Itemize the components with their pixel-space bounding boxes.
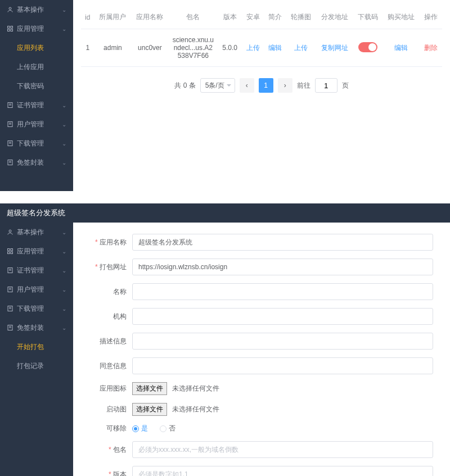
sidebar-item[interactable]: 基本操作⌄ bbox=[0, 223, 73, 242]
input-ver[interactable] bbox=[132, 466, 433, 476]
choose-icon-button[interactable]: 选择文件 bbox=[132, 382, 167, 395]
sidebar-item[interactable]: 下载管理⌄ bbox=[0, 299, 73, 318]
svg-rect-21 bbox=[11, 252, 13, 254]
label-desc: 描述信息 bbox=[90, 337, 132, 346]
doc-icon bbox=[7, 305, 14, 312]
sidebar-sub-item[interactable]: 开始打包 bbox=[0, 337, 73, 356]
input-app-name[interactable] bbox=[132, 234, 433, 251]
cell-pkg: science.xnu.undecl...us.A2538V7F66 bbox=[168, 29, 218, 67]
svg-rect-18 bbox=[8, 249, 10, 251]
radio-no[interactable] bbox=[160, 425, 166, 432]
splash-file-text: 未选择任何文件 bbox=[172, 405, 219, 413]
delete-link[interactable]: 删除 bbox=[424, 44, 438, 52]
label-icon: 应用图标 bbox=[90, 384, 132, 393]
icon-file-text: 未选择任何文件 bbox=[172, 384, 219, 392]
svg-point-0 bbox=[9, 7, 11, 10]
chevron-down-icon: ⌄ bbox=[62, 7, 66, 13]
sidebar-item[interactable]: 应用管理⌄ bbox=[0, 242, 73, 261]
jump-suffix: 页 bbox=[342, 81, 349, 90]
input-agree[interactable] bbox=[132, 357, 433, 374]
sidebar-item[interactable]: 用户管理⌄ bbox=[0, 280, 73, 299]
chevron-down-icon: ⌄ bbox=[62, 306, 66, 312]
doc-icon bbox=[7, 140, 14, 147]
grid-icon bbox=[7, 248, 14, 255]
grid-icon bbox=[7, 25, 14, 32]
table-header: 安卓 bbox=[242, 6, 264, 29]
sidebar-item[interactable]: 免签封装⌄ bbox=[0, 153, 73, 172]
sidebar-sub-item[interactable]: 上传应用 bbox=[0, 57, 73, 76]
table-row: 1 admin unc0ver science.xnu.undecl...us.… bbox=[81, 29, 442, 67]
doc-icon bbox=[7, 286, 14, 293]
table-header: 购买地址 bbox=[382, 6, 420, 29]
sidebar-item[interactable]: 免签封装⌄ bbox=[0, 318, 73, 337]
svg-rect-2 bbox=[11, 26, 13, 29]
table-header: 轮播图 bbox=[286, 6, 316, 29]
svg-rect-20 bbox=[8, 252, 10, 254]
input-desc[interactable] bbox=[132, 333, 433, 350]
table-header: 版本 bbox=[218, 6, 242, 29]
sidebar-item-label: 免签封装 bbox=[17, 323, 44, 333]
doc-icon bbox=[7, 121, 14, 128]
cell-name: unc0ver bbox=[131, 29, 168, 67]
sidebar-item[interactable]: 证书管理⌄ bbox=[0, 96, 73, 115]
page-1-button[interactable]: 1 bbox=[259, 78, 273, 93]
label-name: 名称 bbox=[90, 287, 132, 297]
doc-icon bbox=[7, 159, 14, 166]
sidebar-bottom: 基本操作⌄应用管理⌄证书管理⌄用户管理⌄下载管理⌄免签封装⌄开始打包打包记录 bbox=[0, 223, 73, 476]
upload-carousel-link[interactable]: 上传 bbox=[294, 44, 308, 52]
svg-rect-4 bbox=[11, 29, 13, 31]
radio-no-label: 否 bbox=[169, 424, 176, 432]
sidebar-item[interactable]: 证书管理⌄ bbox=[0, 261, 73, 280]
input-org[interactable] bbox=[132, 308, 433, 325]
sidebar-item[interactable]: 用户管理⌄ bbox=[0, 115, 73, 134]
doc-icon bbox=[7, 102, 14, 108]
sidebar-sub-item[interactable]: 应用列表 bbox=[0, 38, 73, 57]
jump-input[interactable] bbox=[315, 78, 338, 93]
sidebar-item-label: 证书管理 bbox=[17, 266, 44, 275]
radio-yes-label: 是 bbox=[141, 424, 148, 432]
sidebar-item-label: 基本操作 bbox=[17, 5, 44, 15]
sidebar-item[interactable]: 应用管理⌄ bbox=[0, 19, 73, 38]
table-header: 简介 bbox=[264, 6, 286, 29]
sidebar-item-label: 基本操作 bbox=[17, 228, 44, 237]
form-area: 应用名称 打包网址 名称 机构 描述信息 同意信息 bbox=[73, 223, 450, 476]
chevron-down-icon: ⌄ bbox=[62, 287, 66, 293]
input-pkg[interactable] bbox=[132, 441, 433, 458]
svg-point-17 bbox=[9, 230, 11, 232]
chevron-down-icon: ⌄ bbox=[62, 140, 66, 147]
svg-rect-1 bbox=[8, 26, 10, 29]
download-code-switch[interactable] bbox=[358, 42, 377, 52]
sidebar-item-label: 应用管理 bbox=[17, 247, 44, 256]
sidebar-item-label: 免签封装 bbox=[17, 158, 44, 167]
label-splash: 启动图 bbox=[90, 405, 132, 414]
label-pkg: 包名 bbox=[90, 445, 132, 455]
user-icon bbox=[7, 6, 14, 13]
label-app-name: 应用名称 bbox=[90, 238, 132, 247]
sidebar-sub-item[interactable]: 打包记录 bbox=[0, 356, 73, 375]
input-pack-url[interactable] bbox=[132, 259, 433, 275]
table-header: 应用名称 bbox=[131, 6, 168, 29]
edit-intro-link[interactable]: 编辑 bbox=[268, 44, 282, 52]
sidebar-item-label: 下载管理 bbox=[17, 139, 44, 148]
jump-prefix: 前往 bbox=[297, 81, 310, 90]
table-header: 包名 bbox=[168, 6, 218, 29]
sidebar-item[interactable]: 下载管理⌄ bbox=[0, 134, 73, 153]
cell-user: admin bbox=[94, 29, 131, 67]
svg-rect-19 bbox=[11, 249, 13, 251]
chevron-down-icon: ⌄ bbox=[62, 121, 66, 128]
copy-dist-link[interactable]: 复制网址 bbox=[321, 44, 348, 52]
prev-page-button[interactable]: ‹ bbox=[240, 78, 254, 93]
radio-yes[interactable] bbox=[132, 425, 139, 432]
edit-buy-link[interactable]: 编辑 bbox=[394, 44, 408, 52]
pagination: 共 0 条 5条/页 ‹ 1 › 前往 页 bbox=[81, 78, 442, 93]
input-name[interactable] bbox=[132, 283, 433, 300]
upload-android-link[interactable]: 上传 bbox=[246, 44, 260, 52]
next-page-button[interactable]: › bbox=[278, 78, 292, 93]
svg-rect-3 bbox=[8, 29, 10, 31]
sidebar-sub-item[interactable]: 下载密码 bbox=[0, 76, 73, 96]
table-header: id bbox=[81, 6, 94, 29]
choose-splash-button[interactable]: 选择文件 bbox=[132, 403, 167, 416]
sidebar-item[interactable]: 基本操作⌄ bbox=[0, 0, 73, 19]
chevron-down-icon: ⌄ bbox=[62, 325, 66, 331]
page-size-select[interactable]: 5条/页 bbox=[200, 78, 235, 93]
